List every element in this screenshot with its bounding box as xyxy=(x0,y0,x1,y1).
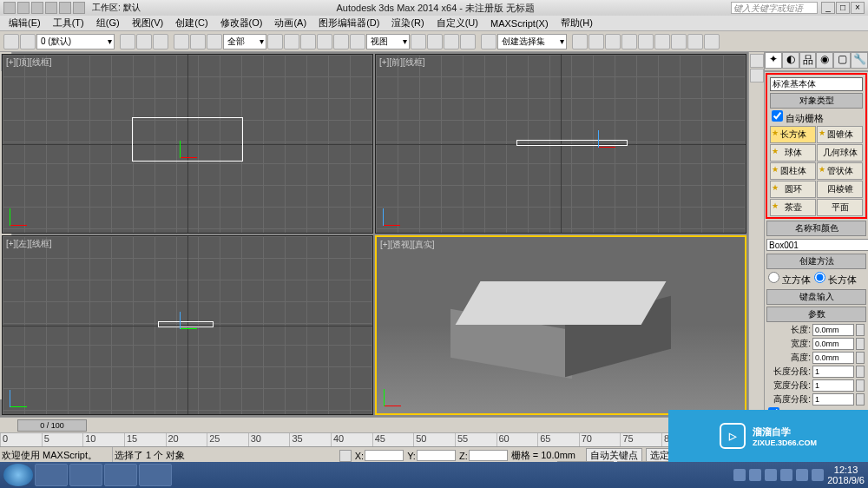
viewport-persp-label[interactable]: [+][透视][真实] xyxy=(380,239,435,251)
steering-wheel[interactable] xyxy=(750,69,764,82)
layer-dropdown[interactable]: 0 (默认) xyxy=(36,34,115,49)
task-app4[interactable] xyxy=(139,464,172,486)
wseg-input[interactable] xyxy=(812,379,854,392)
primitive-0[interactable]: 长方体 xyxy=(770,126,816,143)
rotate-button[interactable] xyxy=(284,34,299,49)
x-input[interactable] xyxy=(365,450,404,461)
named-sel-button[interactable] xyxy=(481,34,496,49)
primitive-4[interactable]: 圆柱体 xyxy=(770,162,816,180)
rollout-object-type[interactable]: 对象类型 xyxy=(770,93,863,109)
primitive-2[interactable]: 球体 xyxy=(770,144,816,162)
close-button[interactable]: × xyxy=(851,2,865,14)
refcoord-button[interactable] xyxy=(317,34,332,49)
task-chrome[interactable] xyxy=(35,464,68,486)
primitive-8[interactable]: 茶壶 xyxy=(770,199,816,216)
rollout-creation-method[interactable]: 创建方法 xyxy=(766,254,866,269)
link-button[interactable] xyxy=(120,34,135,49)
select-name-button[interactable] xyxy=(190,34,206,49)
y-input[interactable] xyxy=(417,450,456,461)
render-button[interactable] xyxy=(704,34,720,49)
layers-button[interactable] xyxy=(605,34,621,49)
viewport-top-label[interactable]: [+][顶][线框] xyxy=(6,56,52,69)
bind-button[interactable] xyxy=(153,34,168,49)
menu-help[interactable]: 帮助(H) xyxy=(556,16,598,30)
align-button[interactable] xyxy=(589,34,604,49)
menu-rendering[interactable]: 渲染(R) xyxy=(386,16,429,30)
angle-snap-button[interactable] xyxy=(427,34,443,49)
snap-button[interactable] xyxy=(411,34,426,49)
viewport-top[interactable]: [+][顶][线框] xyxy=(2,54,373,234)
viewport-left[interactable]: [+][左][线框] xyxy=(2,235,373,415)
height-input[interactable] xyxy=(812,352,854,364)
z-input[interactable] xyxy=(469,450,508,461)
select-region-button[interactable] xyxy=(207,34,222,49)
autogrid-checkbox[interactable] xyxy=(772,110,783,122)
hseg-spinner[interactable] xyxy=(856,393,865,406)
helpers-subtab[interactable] xyxy=(824,70,838,72)
filter-dropdown[interactable]: 全部 xyxy=(223,34,266,49)
modify-tab[interactable]: ◐ xyxy=(782,52,799,69)
tray-icon[interactable] xyxy=(733,469,746,481)
menu-create[interactable]: 创建(C) xyxy=(170,16,213,30)
width-spinner[interactable] xyxy=(856,338,865,350)
viewport-front-label[interactable]: [+][前][线框] xyxy=(379,56,425,69)
mirror-button[interactable] xyxy=(572,34,588,49)
menu-maxscript[interactable]: MAXScript(X) xyxy=(485,18,554,29)
help-search-input[interactable]: 键入关键字或短语 xyxy=(731,2,818,14)
rollout-name-color[interactable]: 名称和颜色 xyxy=(766,221,866,236)
width-input[interactable] xyxy=(812,338,854,350)
geometry-subtab[interactable] xyxy=(765,70,779,72)
maximize-button[interactable]: □ xyxy=(836,2,850,14)
primitive-1[interactable]: 圆锥体 xyxy=(817,126,863,143)
primitive-9[interactable]: 平面 xyxy=(817,199,863,216)
rollout-params[interactable]: 参数 xyxy=(766,307,866,322)
method-box-radio[interactable]: 长方体 xyxy=(814,272,857,287)
task-3dsmax[interactable] xyxy=(69,464,102,486)
lseg-spinner[interactable] xyxy=(856,366,865,378)
unlink-button[interactable] xyxy=(136,34,152,49)
viewport-left-label[interactable]: [+][左][线框] xyxy=(6,238,52,250)
menu-animation[interactable]: 动画(A) xyxy=(269,16,312,30)
cameras-subtab[interactable] xyxy=(809,70,824,72)
viewcube-toggle[interactable] xyxy=(750,54,764,68)
manip-button[interactable] xyxy=(333,34,349,49)
viewport-perspective[interactable]: [+][透视][真实] xyxy=(375,235,746,415)
start-button[interactable] xyxy=(3,464,33,486)
box-object[interactable] xyxy=(450,281,671,379)
undo-button[interactable] xyxy=(3,34,19,49)
time-slider-handle[interactable]: 0 / 100 xyxy=(17,419,87,432)
redo-button[interactable] xyxy=(20,34,36,49)
lights-subtab[interactable] xyxy=(794,70,809,72)
utilities-tab[interactable]: 🔧 xyxy=(851,52,868,69)
material-editor-button[interactable] xyxy=(654,34,670,49)
primitive-3[interactable]: 几何球体 xyxy=(817,144,863,162)
space-warps-subtab[interactable] xyxy=(838,70,853,72)
schematic-button[interactable] xyxy=(638,34,654,49)
menu-views[interactable]: 视图(V) xyxy=(127,16,169,30)
app-menu-icons[interactable] xyxy=(3,2,85,14)
tray-icon[interactable] xyxy=(749,469,761,481)
spinner-snap-button[interactable] xyxy=(460,34,476,49)
hseg-input[interactable] xyxy=(812,393,854,406)
workspace-label[interactable]: 工作区: 默认 xyxy=(92,2,141,14)
primitive-6[interactable]: 圆环 xyxy=(770,181,816,198)
system-clock[interactable]: 12:132018/9/6 xyxy=(827,465,865,485)
tray-icon[interactable] xyxy=(780,469,792,481)
menu-tools[interactable]: 工具(T) xyxy=(48,16,89,30)
rollout-keyboard[interactable]: 键盘输入 xyxy=(766,289,866,305)
shapes-subtab[interactable] xyxy=(779,70,794,72)
menu-edit[interactable]: 编辑(E) xyxy=(3,16,46,30)
display-tab[interactable]: ▢ xyxy=(833,52,851,69)
height-spinner[interactable] xyxy=(856,352,865,364)
view-dropdown[interactable]: 视图 xyxy=(366,34,410,49)
menu-modifiers[interactable]: 修改器(O) xyxy=(215,16,268,30)
keymode-button[interactable] xyxy=(350,34,365,49)
menu-group[interactable]: 组(G) xyxy=(91,16,125,30)
menu-grapheditors[interactable]: 图形编辑器(D) xyxy=(313,16,385,30)
render-frame-button[interactable] xyxy=(687,34,703,49)
curve-editor-button[interactable] xyxy=(621,34,637,49)
task-app3[interactable] xyxy=(104,464,137,486)
tray-icon[interactable] xyxy=(765,469,777,481)
primitive-7[interactable]: 四棱锥 xyxy=(817,181,863,198)
method-cube-radio[interactable]: 立方体 xyxy=(768,272,811,287)
